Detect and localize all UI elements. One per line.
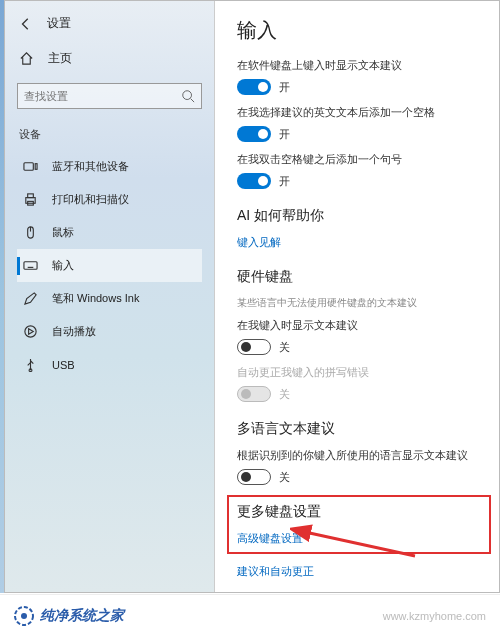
toggle-autocorrect (237, 386, 271, 402)
toggle-add-period[interactable] (237, 173, 271, 189)
sidebar-item-autoplay[interactable]: 自动播放 (17, 315, 202, 348)
section-ai-title: AI 如何帮助你 (237, 207, 481, 225)
page-title: 输入 (237, 17, 481, 44)
mouse-icon (23, 225, 38, 240)
toggle-add-space[interactable] (237, 126, 271, 142)
sidebar-item-mouse[interactable]: 鼠标 (17, 216, 202, 249)
sidebar-item-label: 蓝牙和其他设备 (52, 159, 129, 174)
category-header: 设备 (17, 123, 202, 150)
toggle-state: 关 (279, 340, 290, 355)
back-icon[interactable] (19, 17, 33, 31)
bluetooth-icon (23, 159, 38, 174)
toggle-state: 关 (279, 387, 290, 402)
option-label: 在我双击空格键之后添加一个句号 (237, 152, 481, 167)
window-title: 设置 (47, 15, 71, 32)
link-suggestions-autocorrect[interactable]: 建议和自动更正 (237, 564, 481, 579)
svg-rect-1 (24, 163, 33, 171)
toggle-hw-suggestions[interactable] (237, 339, 271, 355)
section-hardware-title: 硬件键盘 (237, 268, 481, 286)
toggle-multilang[interactable] (237, 469, 271, 485)
svg-point-17 (21, 613, 27, 619)
search-box[interactable] (17, 83, 202, 109)
section-more-title: 更多键盘设置 (237, 503, 481, 521)
brand-name: 纯净系统之家 (40, 607, 124, 625)
search-icon (181, 89, 195, 103)
sidebar-item-label: 笔和 Windows Ink (52, 291, 139, 306)
sidebar-item-label: 打印机和扫描仪 (52, 192, 129, 207)
svg-rect-4 (28, 194, 34, 198)
sidebar-item-typing[interactable]: 输入 (17, 249, 202, 282)
printer-icon (23, 192, 38, 207)
sidebar-item-label: 输入 (52, 258, 74, 273)
autoplay-icon (23, 324, 38, 339)
search-input[interactable] (24, 90, 181, 102)
option-label: 在软件键盘上键入时显示文本建议 (237, 58, 481, 73)
svg-point-13 (25, 326, 36, 337)
sidebar-item-label: USB (52, 359, 75, 371)
keyboard-icon (23, 258, 38, 273)
toggle-state: 开 (279, 80, 290, 95)
svg-point-0 (183, 91, 192, 100)
brand-url: www.kzmyhome.com (383, 610, 486, 622)
svg-rect-2 (35, 164, 37, 170)
sidebar-item-printers[interactable]: 打印机和扫描仪 (17, 183, 202, 216)
sidebar-item-usb[interactable]: USB (17, 348, 202, 381)
section-multilang-title: 多语言文本建议 (237, 420, 481, 438)
usb-icon (23, 357, 38, 372)
home-icon (19, 51, 34, 66)
option-label: 根据识别到的你键入所使用的语言显示文本建议 (237, 448, 481, 463)
sidebar-item-label: 鼠标 (52, 225, 74, 240)
sidebar-item-pen[interactable]: 笔和 Windows Ink (17, 282, 202, 315)
option-label: 在我选择建议的英文文本后添加一个空格 (237, 105, 481, 120)
pen-icon (23, 291, 38, 306)
highlight-box: 更多键盘设置 高级键盘设置 (227, 495, 491, 554)
sidebar-item-bluetooth[interactable]: 蓝牙和其他设备 (17, 150, 202, 183)
hardware-subtitle: 某些语言中无法使用硬件键盘的文本建议 (237, 296, 481, 310)
sidebar-item-label: 自动播放 (52, 324, 96, 339)
toggle-show-suggestions[interactable] (237, 79, 271, 95)
option-label: 自动更正我键入的拼写错误 (237, 365, 481, 380)
home-nav[interactable]: 主页 (17, 44, 202, 73)
toggle-state: 关 (279, 470, 290, 485)
svg-rect-8 (24, 262, 37, 270)
brand-logo-icon (14, 606, 34, 626)
home-label: 主页 (48, 50, 72, 67)
toggle-state: 开 (279, 174, 290, 189)
link-typing-insights[interactable]: 键入见解 (237, 235, 481, 250)
toggle-state: 开 (279, 127, 290, 142)
option-label: 在我键入时显示文本建议 (237, 318, 481, 333)
link-advanced-keyboard[interactable]: 高级键盘设置 (237, 531, 481, 546)
